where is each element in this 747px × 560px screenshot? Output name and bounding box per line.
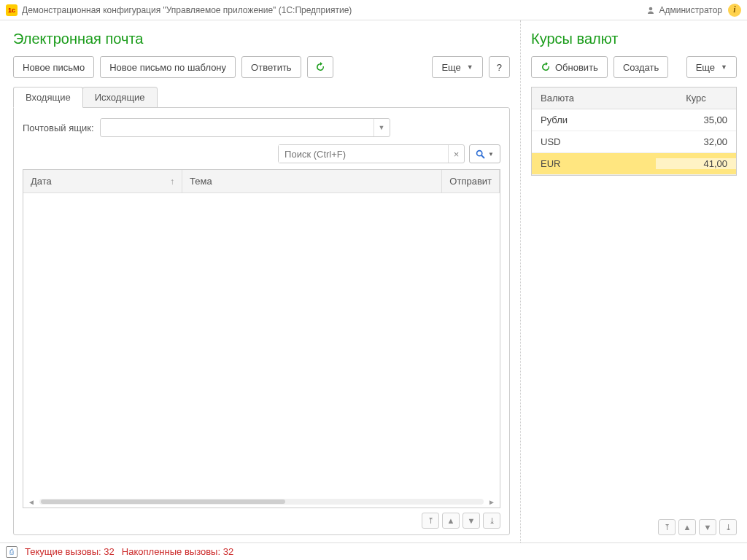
chevron-down-icon: ▼	[721, 63, 727, 71]
column-sender[interactable]: Отправит	[442, 170, 500, 192]
chevron-down-icon: ▼	[467, 63, 473, 71]
clear-search-button[interactable]: ×	[448, 145, 464, 163]
email-toolbar: Новое письмо Новое письмо по шаблону Отв…	[13, 56, 510, 78]
app-header: 1c Демонстрационная конфигурация "Управл…	[0, 0, 747, 20]
user-icon	[646, 5, 656, 15]
hscrollbar[interactable]	[39, 499, 484, 505]
nav-first-button[interactable]: ⤒	[422, 513, 439, 529]
performance-icon[interactable]: ⎙	[6, 546, 18, 558]
help-button[interactable]: ?	[489, 56, 510, 78]
table-row[interactable]: Рубли 35,00	[532, 109, 736, 131]
cell-rate: 35,00	[656, 114, 736, 125]
search-input-wrap: ×	[278, 144, 465, 163]
rates-toolbar: Обновить Создать Еще▼	[531, 56, 737, 78]
column-rate[interactable]: Курс	[656, 93, 736, 104]
column-currency[interactable]: Валюта	[532, 93, 656, 104]
email-nav-buttons: ⤒ ▲ ▼ ⤓	[23, 513, 500, 529]
rates-table-header: Валюта Курс	[532, 88, 736, 109]
info-icon[interactable]: i	[728, 4, 741, 17]
svg-point-1	[477, 150, 482, 155]
new-mail-button[interactable]: Новое письмо	[13, 56, 94, 78]
nav-down-button[interactable]: ▼	[699, 519, 716, 535]
nav-up-button[interactable]: ▲	[678, 519, 696, 535]
column-date[interactable]: Дата ↑	[23, 170, 182, 192]
email-grid-body[interactable]	[23, 193, 500, 496]
scroll-right-icon[interactable]: ►	[488, 498, 495, 506]
svg-point-0	[649, 7, 653, 10]
svg-line-2	[481, 155, 484, 158]
cell-rate: 41,00	[656, 158, 736, 169]
email-tab-body: Почтовый ящик: ▼ × ▼	[13, 107, 510, 535]
app-title: Демонстрационная конфигурация "Управляем…	[22, 5, 352, 15]
email-grid-header: Дата ↑ Тема Отправит	[23, 170, 500, 193]
status-current-calls: Текущие вызовы: 32	[25, 546, 115, 557]
table-row[interactable]: USD 32,00	[532, 131, 736, 153]
email-more-button[interactable]: Еще▼	[432, 56, 482, 78]
refresh-button[interactable]	[307, 56, 333, 78]
sort-asc-icon: ↑	[170, 176, 174, 187]
chevron-down-icon[interactable]: ▼	[374, 119, 390, 136]
search-icon	[476, 149, 485, 159]
scroll-left-icon[interactable]: ◄	[28, 498, 35, 506]
status-accum-calls: Накопленные вызовы: 32	[122, 546, 233, 557]
search-input[interactable]	[279, 145, 448, 163]
nav-last-button[interactable]: ⤓	[483, 513, 500, 529]
search-button[interactable]: ▼	[469, 144, 500, 163]
cell-currency: USD	[532, 136, 656, 147]
cell-currency: EUR	[532, 158, 656, 169]
nav-first-button[interactable]: ⤒	[658, 519, 676, 535]
cell-rate: 32,00	[656, 136, 736, 147]
rates-create-button[interactable]: Создать	[614, 56, 668, 78]
refresh-icon	[541, 62, 551, 72]
tab-outbox[interactable]: Исходящие	[82, 87, 158, 108]
hscroll-thumb[interactable]	[41, 499, 285, 504]
rates-more-button[interactable]: Еще▼	[686, 56, 737, 78]
new-mail-template-button[interactable]: Новое письмо по шаблону	[100, 56, 236, 78]
rates-refresh-button[interactable]: Обновить	[531, 56, 608, 78]
email-tabs: Входящие Исходящие	[13, 87, 510, 108]
status-bar: ⎙ Текущие вызовы: 32 Накопленные вызовы:…	[0, 542, 747, 560]
refresh-icon	[315, 62, 325, 72]
column-subject[interactable]: Тема	[182, 170, 442, 192]
table-row[interactable]: EUR 41,00	[532, 153, 736, 175]
email-pane: Электронная почта Новое письмо Новое пис…	[0, 20, 521, 542]
nav-up-button[interactable]: ▲	[442, 513, 460, 529]
rates-table: Валюта Курс Рубли 35,00 USD 32,00 EUR 41…	[531, 87, 737, 176]
app-logo-icon: 1c	[6, 4, 18, 16]
tab-inbox[interactable]: Входящие	[13, 87, 83, 108]
email-grid: Дата ↑ Тема Отправит ◄ ►	[23, 169, 500, 508]
rates-nav-buttons: ⤒ ▲ ▼ ⤓	[531, 519, 737, 535]
reply-button[interactable]: Ответить	[241, 56, 301, 78]
nav-down-button[interactable]: ▼	[462, 513, 480, 529]
user-name[interactable]: Администратор	[659, 5, 722, 15]
chevron-down-icon: ▼	[488, 151, 494, 158]
rates-title: Курсы валют	[531, 31, 737, 47]
email-title: Электронная почта	[13, 31, 510, 47]
cell-currency: Рубли	[532, 114, 656, 125]
mailbox-select[interactable]: ▼	[100, 118, 390, 137]
mailbox-label: Почтовый ящик:	[23, 122, 94, 133]
nav-last-button[interactable]: ⤓	[719, 519, 737, 535]
rates-pane: Курсы валют Обновить Создать Еще▼ Валюта…	[521, 20, 747, 542]
